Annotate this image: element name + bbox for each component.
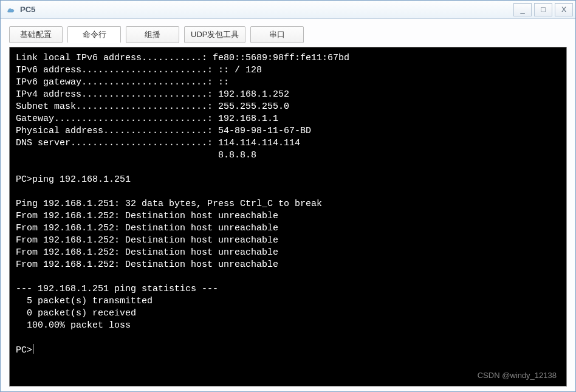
titlebar: PC5 _ □ X	[1, 1, 575, 19]
tab-udp-tool[interactable]: UDP发包工具	[184, 26, 245, 43]
terminal-text: Link local IPv6 address...........: fe80…	[16, 53, 349, 356]
minimize-button[interactable]: _	[513, 3, 532, 16]
terminal-cursor	[33, 344, 33, 354]
tabbar: 基础配置 命令行 组播 UDP发包工具 串口	[9, 26, 567, 43]
app-icon	[5, 4, 16, 15]
window-title: PC5	[20, 5, 35, 14]
tab-cli[interactable]: 命令行	[67, 26, 121, 43]
terminal-panel[interactable]: Link local IPv6 address...........: fe80…	[9, 47, 567, 387]
terminal-output[interactable]: Link local IPv6 address...........: fe80…	[10, 47, 566, 362]
watermark: CSDN @windy_12138	[478, 371, 557, 380]
tab-serial[interactable]: 串口	[250, 26, 304, 43]
tab-basic-config[interactable]: 基础配置	[9, 26, 63, 43]
tab-multicast[interactable]: 组播	[126, 26, 179, 43]
content-area: 基础配置 命令行 组播 UDP发包工具 串口 Link local IPv6 a…	[1, 19, 575, 391]
close-button[interactable]: X	[555, 3, 573, 16]
maximize-button[interactable]: □	[534, 3, 552, 16]
app-window: PC5 _ □ X 基础配置 命令行 组播 UDP发包工具 串口 Link lo…	[0, 0, 576, 392]
